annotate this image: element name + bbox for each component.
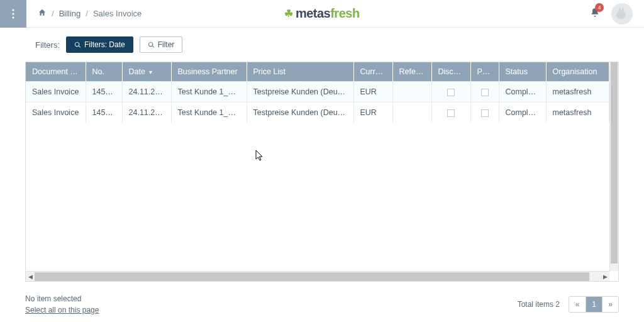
breadcrumb-sep: / xyxy=(86,9,88,18)
cell-status: Completed xyxy=(499,82,546,103)
table-row[interactable]: Sales Invoice 145812 24.11.2017 Test Kun… xyxy=(26,82,609,103)
cell-paid xyxy=(470,103,499,123)
leaf-icon: ☘ xyxy=(284,8,293,19)
app-logo: ☘ metasfresh xyxy=(284,6,359,21)
app-header: / Billing / Sales Invoice ☘ metasfresh 4 xyxy=(0,0,644,28)
breadcrumb-sep: / xyxy=(52,9,54,18)
svg-point-0 xyxy=(12,9,14,11)
header-right: 4 xyxy=(590,3,644,25)
pager-current[interactable]: 1 xyxy=(586,297,602,312)
cell-org: metasfresh xyxy=(546,103,609,123)
cell-doc-type: Sales Invoice xyxy=(26,82,86,103)
scrollbar-track[interactable] xyxy=(35,272,601,282)
footer-left: No item selected Select all on this page xyxy=(25,293,99,316)
breadcrumb: / Billing / Sales Invoice xyxy=(38,8,142,19)
cell-currency: EUR xyxy=(353,82,392,103)
cell-org: metasfresh xyxy=(546,82,609,103)
rabbit-icon xyxy=(616,6,628,21)
col-business-partner[interactable]: Business Partner xyxy=(171,62,247,82)
pager-prev[interactable]: « xyxy=(569,297,586,312)
cell-date: 24.11.2017 xyxy=(122,82,171,103)
col-organisation[interactable]: Organisation xyxy=(546,62,609,82)
home-icon[interactable] xyxy=(38,8,47,19)
table-header-row: Document Type No. Date Business Partner … xyxy=(26,62,609,82)
scrollbar-thumb[interactable] xyxy=(35,272,589,281)
checkbox-icon xyxy=(447,89,455,96)
cell-status: Completed xyxy=(499,103,546,123)
cell-reference xyxy=(392,103,431,123)
col-no[interactable]: No. xyxy=(86,62,122,82)
cell-discount xyxy=(431,82,470,103)
invoice-table: Document Type No. Date Business Partner … xyxy=(26,62,609,123)
col-discount[interactable]: Discount … xyxy=(431,62,470,82)
footer-right: Total items 2 « 1 » xyxy=(518,296,619,313)
checkbox-icon xyxy=(481,89,489,96)
svg-point-2 xyxy=(12,16,14,18)
cell-no: 145813 xyxy=(86,103,122,123)
table-row[interactable]: Sales Invoice 145813 24.11.2017 Test Kun… xyxy=(26,103,609,123)
cell-no: 145812 xyxy=(86,82,122,103)
search-icon xyxy=(74,42,81,48)
logo-text-1: metas xyxy=(296,6,330,21)
cell-discount xyxy=(431,103,470,123)
breadcrumb-level1[interactable]: Billing xyxy=(59,9,81,18)
total-items-label: Total items 2 xyxy=(518,300,560,309)
horizontal-scrollbar[interactable]: ◀ ▶ xyxy=(26,271,609,281)
pager-next[interactable]: » xyxy=(602,297,618,312)
cell-price-list: Testpreise Kunden (Deutschla… xyxy=(247,82,353,103)
col-document-type[interactable]: Document Type xyxy=(26,62,86,82)
notification-badge: 4 xyxy=(595,3,604,12)
add-filter-button[interactable]: Filter xyxy=(140,36,183,53)
checkbox-icon xyxy=(481,109,489,117)
cell-currency: EUR xyxy=(353,103,392,123)
col-status[interactable]: Status xyxy=(499,62,546,82)
active-filter-date[interactable]: Filters: Date xyxy=(66,36,133,53)
add-filter-label: Filter xyxy=(158,40,175,49)
cell-reference xyxy=(392,82,431,103)
user-avatar[interactable] xyxy=(611,3,633,25)
notifications-button[interactable]: 4 xyxy=(590,7,600,20)
vertical-scrollbar[interactable] xyxy=(609,62,618,271)
cell-price-list: Testpreise Kunden (Deutschla… xyxy=(247,103,353,123)
selection-status: No item selected xyxy=(25,293,99,304)
col-date[interactable]: Date xyxy=(122,62,171,82)
scrollbar-thumb[interactable] xyxy=(611,62,618,264)
cell-paid xyxy=(470,82,499,103)
invoice-table-wrapper: Document Type No. Date Business Partner … xyxy=(25,62,619,282)
pager: « 1 » xyxy=(569,296,619,313)
filters-label: Filters: xyxy=(35,40,60,50)
col-reference[interactable]: Reference xyxy=(392,62,431,82)
cell-date: 24.11.2017 xyxy=(122,103,171,123)
scroll-left-icon[interactable]: ◀ xyxy=(26,272,35,282)
col-paid[interactable]: Paid xyxy=(470,62,499,82)
select-all-link[interactable]: Select all on this page xyxy=(25,304,99,316)
scroll-right-icon[interactable]: ▶ xyxy=(601,272,609,282)
main-menu-button[interactable] xyxy=(0,0,26,28)
table-footer: No item selected Select all on this page… xyxy=(25,293,619,316)
filters-row: Filters: Filters: Date Filter xyxy=(0,28,644,62)
breadcrumb-level2[interactable]: Sales Invoice xyxy=(93,9,142,18)
search-icon xyxy=(148,42,155,48)
cell-bp: Test Kunde 1_G0001 xyxy=(171,103,247,123)
col-price-list[interactable]: Price List xyxy=(247,62,353,82)
active-filter-label: Filters: Date xyxy=(84,40,125,49)
cell-doc-type: Sales Invoice xyxy=(26,103,86,123)
svg-point-1 xyxy=(12,13,14,14)
cell-bp: Test Kunde 1_G0001 xyxy=(171,82,247,103)
kebab-icon xyxy=(12,9,14,19)
logo-text-2: fresh xyxy=(330,6,359,21)
checkbox-icon xyxy=(447,109,455,117)
col-currency[interactable]: Currency xyxy=(353,62,392,82)
